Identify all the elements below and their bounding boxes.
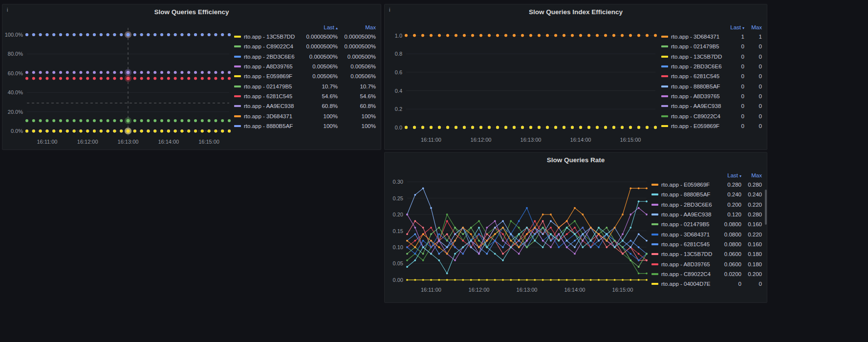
series-name[interactable]: rto.app - 021479B5 (661, 221, 717, 227)
x-axis-label: 16:13:00 (521, 137, 542, 143)
series-name[interactable]: rto.app - AA9EC938 (661, 212, 717, 217)
series-name[interactable]: rto.app - AA9EC938 (244, 103, 303, 109)
series-name[interactable]: rto.app - 13C5B7DD (671, 54, 724, 60)
series-color-swatch (661, 86, 668, 87)
series-name[interactable]: rto.app - C89022C4 (244, 43, 303, 49)
legend-col-max[interactable]: Max (741, 172, 762, 178)
legend-series-item[interactable]: rto.app - 8880B5AF100%100% (234, 121, 376, 131)
legend-series-item[interactable]: rto.app - 13C5B7DD0.06000.180 (651, 249, 762, 259)
legend-series-item[interactable]: rto.app - E059869F00 (661, 121, 762, 131)
series-rto-app-04004D7E[interactable] (406, 279, 648, 281)
legend-series-item[interactable]: rto.app - 2BD3C6E600 (661, 62, 762, 71)
legend-series-item[interactable]: rto.app - AA9EC93800 (661, 101, 762, 111)
series-last-value: 0 (724, 43, 744, 49)
legend-series-item[interactable]: rto.app - C89022C400 (661, 111, 762, 121)
legend-series-item[interactable]: rto.app - 2BD3C6E60.2000.220 (651, 200, 762, 210)
series-name[interactable]: rto.app - E059869F (671, 123, 724, 129)
legend-series-item[interactable]: rto.app - 021479B50.08000.160 (651, 219, 762, 229)
legend-series-item[interactable]: rto.app - 6281C54500 (661, 71, 762, 81)
series-name[interactable]: rto.app - C89022C4 (671, 113, 724, 119)
legend-col-max[interactable]: Max (338, 24, 376, 30)
legend-col-max[interactable]: Max (744, 24, 762, 30)
series-max-value: 0.160 (741, 221, 762, 227)
series-name[interactable]: rto.app - 021479B5 (671, 43, 724, 49)
chart-canvas[interactable]: 0.00.20.40.60.81.016:11:0016:12:0016:13:… (385, 19, 661, 149)
y-axis-label: 1.0 (395, 33, 402, 39)
series-name[interactable]: rto.app - 3D684371 (671, 34, 724, 40)
series-max-value: 0.240 (741, 192, 762, 197)
series-max-value: 100% (338, 113, 376, 119)
series-color-swatch (234, 75, 241, 77)
legend-series-item[interactable]: rto.app - 04004D7E00 (651, 279, 762, 289)
series-name[interactable]: rto.app - E059869F (661, 182, 717, 188)
x-axis-label: 16:12:00 (469, 287, 490, 293)
series-name[interactable]: rto.app - 6281C545 (661, 241, 717, 247)
legend-series-item[interactable]: rto.app - 8880B5AF00 (661, 81, 762, 91)
series-name[interactable]: rto.app - 021479B5 (244, 84, 303, 89)
legend-series-item[interactable]: rto.app - 2BD3C6E60.000500%0.000500% (234, 52, 376, 62)
series-name[interactable]: rto.app - A8D39765 (671, 93, 724, 99)
panel-slow-queries-efficiency: i Slow Queries Efficiency 0.0%20.0%40.0%… (2, 4, 381, 150)
series-name[interactable]: rto.app - 8880B5AF (661, 192, 717, 197)
legend-series-item[interactable]: rto.app - 6281C5450.08000.160 (651, 239, 762, 249)
legend-sort-last[interactable]: Last▾ (717, 172, 741, 178)
series-rto-app-8880B5AF[interactable] (406, 200, 648, 274)
legend-sort-last[interactable]: Last▴ (303, 24, 338, 30)
legend-series-item[interactable]: rto.app - 3D684371100%100% (234, 111, 376, 121)
panel-title[interactable]: Slow Queries Efficiency (154, 8, 229, 16)
legend-series-item[interactable]: rto.app - 021479B510.7%10.7% (234, 81, 376, 91)
series-max-value: 0.00506% (338, 73, 376, 79)
series-name[interactable]: rto.app - E059869F (244, 73, 303, 79)
panel-info-icon[interactable]: i (389, 7, 390, 13)
x-axis-label: 16:11:00 (37, 139, 57, 145)
series-name[interactable]: rto.app - C89022C4 (661, 271, 717, 277)
legend-series-item[interactable]: rto.app - E059869F0.00506%0.00506% (234, 71, 376, 81)
panel-title[interactable]: Slow Queries Index Efficiency (529, 8, 623, 16)
legend-sort-last[interactable]: Last▾ (724, 24, 744, 30)
series-color-swatch (651, 283, 658, 285)
legend-scrollbar[interactable] (765, 190, 767, 225)
legend-series-item[interactable]: rto.app - 3D6843710.08000.220 (651, 229, 762, 239)
legend-series-item[interactable]: rto.app - AA9EC93860.8%60.8% (234, 101, 376, 111)
series-name[interactable]: rto.app - A8D39765 (244, 64, 303, 69)
legend-series-item[interactable]: rto.app - A8D397650.00506%0.00506% (234, 62, 376, 71)
y-axis-label: 0.8 (395, 51, 402, 57)
series-max-value: 0 (744, 54, 762, 60)
y-axis-label: 0.15 (393, 228, 403, 234)
legend-series-item[interactable]: rto.app - C89022C40.0000500%0.0000500% (234, 42, 376, 51)
series-name[interactable]: rto.app - 13C5B7DD (661, 251, 717, 257)
series-rto-app-C89022C4[interactable] (406, 214, 648, 274)
series-name[interactable]: rto.app - 6281C545 (244, 93, 303, 99)
series-name[interactable]: rto.app - 2BD3C6E6 (661, 202, 717, 208)
series-last-value: 0.120 (717, 212, 741, 217)
panel-info-icon[interactable]: i (7, 7, 8, 13)
legend-series-item[interactable]: rto.app - 8880B5AF0.2400.240 (651, 190, 762, 199)
legend-series-item[interactable]: rto.app - C89022C40.02000.200 (651, 269, 762, 279)
legend-series-item[interactable]: rto.app - A8D397650.06000.180 (651, 259, 762, 269)
series-name[interactable]: rto.app - 13C5B7DD (244, 34, 303, 40)
series-name[interactable]: rto.app - AA9EC938 (671, 103, 724, 109)
series-last-value: 1 (724, 34, 744, 40)
legend-series-item[interactable]: rto.app - 13C5B7DD0.0000500%0.0000500% (234, 32, 376, 42)
legend-series-item[interactable]: rto.app - 6281C54554.6%54.6% (234, 91, 376, 101)
chart-canvas[interactable]: 0.0%20.0%40.0%60.0%80.0%100.0%16:11:0016… (2, 19, 234, 149)
panel-title[interactable]: Slow Queries Rate (547, 156, 605, 164)
series-name[interactable]: rto.app - 8880B5AF (671, 84, 724, 89)
series-name[interactable]: rto.app - 04004D7E (661, 281, 717, 287)
series-name[interactable]: rto.app - 2BD3C6E6 (244, 54, 303, 60)
series-max-value: 0 (744, 64, 762, 69)
legend-series-item[interactable]: rto.app - 13C5B7DD00 (661, 52, 762, 62)
legend-series-item[interactable]: rto.app - 3D68437111 (661, 32, 762, 42)
chart-canvas[interactable]: 0.000.050.100.150.200.250.3016:11:0016:1… (385, 167, 651, 301)
series-name[interactable]: rto.app - 2BD3C6E6 (671, 64, 724, 69)
series-name[interactable]: rto.app - 3D684371 (244, 113, 303, 119)
legend-series-item[interactable]: rto.app - AA9EC9380.1200.280 (651, 210, 762, 219)
series-name[interactable]: rto.app - 3D684371 (661, 232, 717, 237)
series-name[interactable]: rto.app - A8D39765 (661, 261, 717, 267)
series-name[interactable]: rto.app - 8880B5AF (244, 123, 303, 129)
legend-series-item[interactable]: rto.app - 021479B500 (661, 42, 762, 51)
legend-series-item[interactable]: rto.app - A8D3976500 (661, 91, 762, 101)
series-name[interactable]: rto.app - 6281C545 (671, 73, 724, 79)
series-color-swatch (661, 36, 668, 38)
legend-series-item[interactable]: rto.app - E059869F0.2800.280 (651, 180, 762, 190)
